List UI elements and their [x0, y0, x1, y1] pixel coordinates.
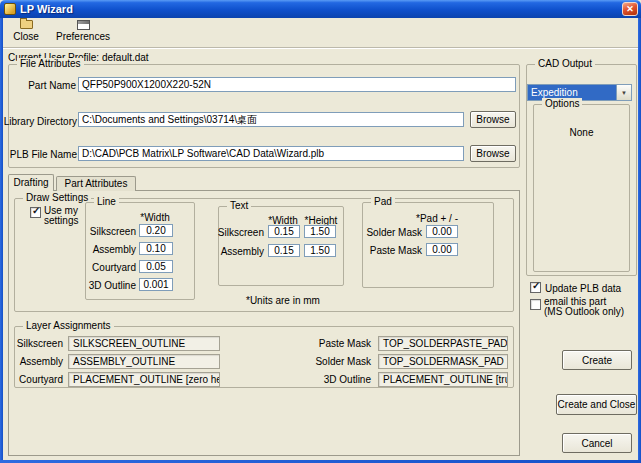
- layer-courtyard-value: PLACEMENT_OUTLINE [zero height]: [68, 372, 220, 387]
- text-group-title: Text: [227, 200, 251, 211]
- pad-group-title: Pad: [371, 196, 395, 207]
- text-silkscreen-width-input[interactable]: [268, 225, 300, 238]
- text-assembly-label: Assembly: [221, 246, 264, 257]
- library-directory-label: Library Directory: [4, 116, 77, 127]
- toolbar-close-button[interactable]: Close: [4, 20, 48, 47]
- part-name-input[interactable]: [78, 77, 516, 92]
- close-folder-icon: [20, 20, 33, 29]
- plb-browse-label: Browse: [476, 148, 509, 159]
- layer-3d-outline-label: 3D Outline: [324, 374, 371, 385]
- chevron-down-icon: ▼: [621, 90, 627, 96]
- app-icon: [4, 3, 16, 15]
- layer-silkscreen-value: SILKSCREEN_OUTLINE: [68, 336, 220, 351]
- draw-settings-title: Draw Settings: [23, 192, 91, 203]
- pad-header: *Pad + / -: [413, 213, 461, 224]
- lp-wizard-window: LP Wizard ✕ Close Preferences Current Us…: [0, 0, 641, 463]
- options-value: None: [533, 127, 630, 138]
- update-plb-label: Update PLB data: [545, 283, 621, 294]
- line-group-title: Line: [94, 196, 119, 207]
- preferences-window-icon: [77, 20, 90, 30]
- text-assembly-width-input[interactable]: [268, 244, 300, 257]
- toolbar-preferences-button[interactable]: Preferences: [50, 20, 116, 47]
- layer-silkscreen-label: Silkscreen: [17, 338, 63, 349]
- text-silkscreen-height-input[interactable]: [304, 225, 336, 238]
- titlebar: LP Wizard ✕: [0, 0, 641, 18]
- cad-output-title: CAD Output: [535, 58, 595, 69]
- pad-solder-mask-input[interactable]: [426, 225, 458, 238]
- line-assembly-label: Assembly: [93, 244, 136, 255]
- line-width-header: *Width: [136, 212, 174, 223]
- line-silkscreen-label: Silkscreen: [90, 226, 136, 237]
- layer-assembly-value: ASSEMBLY_OUTLINE: [68, 354, 220, 369]
- layer-assembly-label: Assembly: [20, 356, 63, 367]
- layer-courtyard-label: Courtyard: [19, 374, 63, 385]
- text-assembly-height-input[interactable]: [304, 244, 336, 257]
- layer-paste-mask-value: TOP_SOLDERPASTE_PAD: [378, 336, 508, 351]
- units-note: *Units are in mm: [246, 295, 320, 306]
- toolbar-separator: [3, 47, 638, 49]
- email-part-checkbox[interactable]: [530, 299, 541, 310]
- update-plb-checkbox[interactable]: ✓: [530, 282, 541, 293]
- create-and-close-button[interactable]: Create and Close: [556, 394, 637, 415]
- line-courtyard-input[interactable]: [139, 260, 173, 273]
- create-button-label: Create: [582, 355, 612, 366]
- email-part-label-line2: (MS Outlook only): [544, 306, 624, 317]
- check-icon: ✓: [532, 280, 540, 291]
- file-attributes-title: File Attributes: [17, 58, 84, 69]
- window-title: LP Wizard: [20, 3, 73, 15]
- combo-dropdown-button[interactable]: ▼: [616, 85, 631, 100]
- pad-solder-mask-label: Solder Mask: [366, 227, 422, 238]
- line-3d-outline-input[interactable]: [139, 278, 173, 291]
- toolbar-close-label: Close: [13, 31, 39, 42]
- line-3d-outline-label: 3D Outline: [89, 280, 136, 291]
- library-browse-button[interactable]: Browse: [470, 111, 516, 128]
- layer-paste-mask-label: Paste Mask: [319, 338, 371, 349]
- window-frame-left: [0, 18, 3, 463]
- window-close-button[interactable]: ✕: [622, 2, 638, 16]
- create-and-close-button-label: Create and Close: [558, 399, 636, 410]
- use-my-settings-checkbox[interactable]: ✓: [30, 207, 41, 218]
- cancel-button[interactable]: Cancel: [562, 433, 632, 453]
- pad-paste-mask-label: Paste Mask: [370, 245, 422, 256]
- layer-solder-mask-value: TOP_SOLDERMASK_PAD: [378, 354, 508, 369]
- layer-solder-mask-label: Solder Mask: [315, 356, 371, 367]
- pad-paste-mask-input[interactable]: [426, 243, 458, 256]
- tab-drafting[interactable]: Drafting: [8, 174, 54, 191]
- library-directory-input[interactable]: [78, 112, 464, 127]
- check-icon: ✓: [32, 205, 40, 216]
- layer-assignments-title: Layer Assignments: [23, 320, 114, 331]
- part-name-label: Part Name: [28, 80, 76, 91]
- plb-browse-button[interactable]: Browse: [470, 145, 516, 162]
- create-button[interactable]: Create: [562, 350, 632, 370]
- library-browse-label: Browse: [476, 114, 509, 125]
- plb-file-name-input[interactable]: [78, 146, 464, 161]
- tab-part-attributes[interactable]: Part Attributes: [56, 176, 136, 191]
- layer-3d-outline-value: PLACEMENT_OUTLINE [true height]: [378, 372, 508, 387]
- cancel-button-label: Cancel: [581, 438, 612, 449]
- toolbar-preferences-label: Preferences: [56, 31, 110, 42]
- text-silkscreen-label: Silkscreen: [218, 227, 264, 238]
- plb-file-name-label: PLB File Name: [10, 149, 77, 160]
- line-courtyard-label: Courtyard: [92, 262, 136, 273]
- options-title: Options: [542, 98, 582, 109]
- line-silkscreen-input[interactable]: [139, 224, 173, 237]
- line-assembly-input[interactable]: [139, 242, 173, 255]
- close-icon: ✕: [626, 4, 634, 14]
